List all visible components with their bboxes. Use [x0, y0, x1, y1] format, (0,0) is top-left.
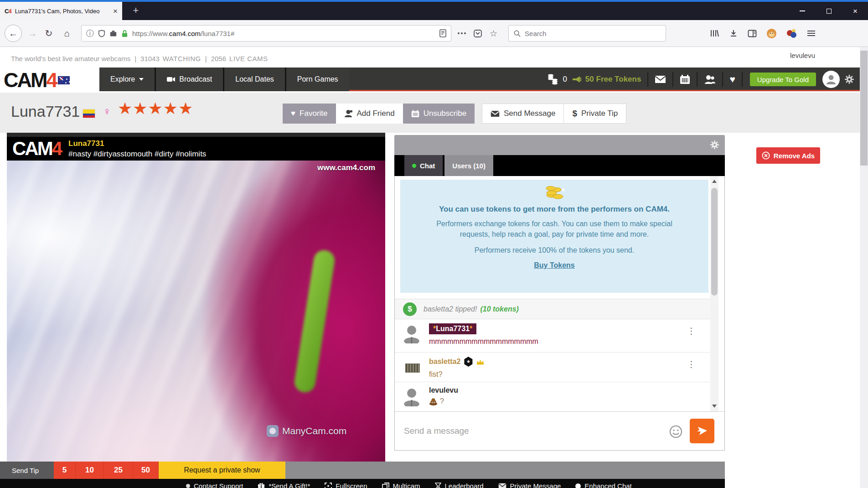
tip-amount: (10 tokens) [480, 305, 518, 313]
container-icon[interactable] [109, 30, 117, 37]
tab-title: Luna7731's Cam, Photos, Video [15, 8, 110, 15]
shield-icon[interactable] [98, 30, 105, 37]
reload-button[interactable]: ↻ [41, 28, 57, 39]
chat-message: basletta2 ★ fist? ⋮ [395, 353, 711, 382]
back-button[interactable]: ← [5, 25, 22, 42]
megaphone-icon [572, 75, 582, 83]
footer-enhanced-chat[interactable]: Enhanced Chat [575, 482, 631, 488]
avatar[interactable] [402, 387, 421, 407]
mail-icon[interactable] [655, 75, 666, 83]
bookmark-star-icon[interactable]: ☆ [490, 28, 497, 39]
window-close-button[interactable]: × [842, 2, 868, 20]
female-gender-icon: ♀ [103, 105, 111, 118]
scrollbar-thumb[interactable] [860, 51, 868, 166]
favorites-heart-icon[interactable]: ♥ [729, 74, 735, 85]
url-bar[interactable]: ⓘ https://www.cam4.com/luna7731# [81, 25, 451, 42]
chat-header-bar [394, 135, 725, 155]
upgrade-to-gold-button[interactable]: Upgrade To Gold [750, 73, 816, 86]
footer-leaderboard[interactable]: Leaderboard [435, 482, 484, 488]
tip-amount-5[interactable]: 5 [54, 462, 76, 479]
forward-button[interactable]: → [25, 28, 40, 39]
promo-heading: You can use tokens to get more from the … [400, 205, 708, 214]
footer-fullscreen[interactable]: Fullscreen [325, 482, 367, 488]
logged-in-username[interactable]: levulevu [790, 52, 815, 59]
scroll-down-icon[interactable] [712, 405, 717, 408]
dollar-icon: $ [572, 109, 577, 119]
tip-amount-10[interactable]: 10 [76, 462, 104, 479]
unsubscribe-button[interactable]: Unsubscribe [403, 104, 475, 124]
message-menu-icon[interactable]: ⋮ [687, 326, 696, 336]
video-player[interactable]: CAM4 Luna7731 #nasty #dirtyasstomouth #d… [7, 133, 385, 462]
send-message-button[interactable] [690, 419, 714, 443]
tip-amount-50[interactable]: 50 [133, 462, 159, 479]
tokens-coins-icon[interactable] [547, 73, 559, 86]
remove-ads-x-icon [762, 151, 770, 160]
maximize-icon [827, 9, 832, 14]
scroll-up-icon[interactable] [712, 180, 717, 183]
chat-settings-gear-icon[interactable] [710, 140, 719, 150]
gear-icon[interactable] [844, 74, 854, 84]
menu-icon[interactable] [807, 31, 815, 36]
tab-close-icon[interactable]: × [113, 7, 118, 15]
footer-bar: Contact Support *Send A Gift!* Fullscree… [0, 479, 725, 488]
send-message-button[interactable]: Send Message [482, 104, 563, 123]
watching-label: WATCHING [163, 55, 201, 62]
window-scrollbar[interactable] [860, 47, 868, 488]
footer-multicam[interactable]: Multicam [382, 482, 420, 488]
private-tip-button[interactable]: $ Private Tip [563, 104, 626, 123]
sidebar-icon[interactable] [748, 30, 757, 37]
friends-icon[interactable] [704, 74, 716, 84]
broadcast-camera-icon [167, 77, 175, 82]
cam4-logo[interactable]: CAM4 [0, 67, 99, 93]
rating-stars[interactable]: ★★★★★ [118, 99, 193, 118]
buy-tokens-link[interactable]: Buy Tokens [534, 261, 575, 270]
pocket-icon[interactable] [473, 29, 482, 38]
colombia-flag-icon [83, 109, 95, 118]
library-icon[interactable] [710, 29, 719, 37]
spheres-extension-icon[interactable] [786, 28, 797, 38]
scrollbar-thumb[interactable] [711, 188, 718, 296]
avatar[interactable] [402, 324, 421, 344]
emoji-icon[interactable] [669, 425, 682, 438]
browser-tab[interactable]: C4 Luna7731's Cam, Photos, Video × [0, 2, 122, 20]
avatar[interactable] [822, 71, 840, 88]
tip-amount-25[interactable]: 25 [104, 462, 133, 479]
add-friend-button[interactable]: Add Friend [336, 104, 403, 124]
footer-private-message[interactable]: Private Message [498, 482, 561, 488]
maximize-button[interactable] [816, 2, 842, 20]
download-icon[interactable] [729, 29, 738, 37]
new-tab-button[interactable]: + [128, 2, 144, 20]
calendar-icon [411, 110, 419, 118]
page-actions-icon[interactable] [458, 32, 466, 34]
promo-body: Performers exchange tokens for cash. You… [424, 218, 684, 239]
free-tokens-label[interactable]: 50 Free Tokens [585, 75, 641, 84]
performer-name-badge[interactable]: *Luna7731* [429, 323, 476, 334]
url-text[interactable]: https://www.cam4.com/luna7731# [132, 30, 439, 37]
tab-chat[interactable]: Chat [404, 155, 443, 176]
cam4-favicon: C4 [5, 8, 11, 15]
username[interactable]: basletta2 [429, 358, 460, 366]
remove-ads-button[interactable]: Remove Ads [756, 147, 820, 164]
calendar-icon[interactable] [680, 75, 690, 84]
send-tip-label: Send Tip [0, 462, 54, 479]
nav-item-broadcast[interactable]: Broadcast [156, 67, 223, 91]
nav-item-porn-games[interactable]: Porn Games [286, 67, 349, 91]
gift-icon [258, 483, 265, 488]
chat-scrollbar[interactable] [710, 176, 718, 411]
monkey-extension-icon[interactable] [767, 29, 776, 38]
minimize-button[interactable] [790, 2, 815, 20]
favorite-button[interactable]: ♥ Favorite [283, 104, 336, 124]
nav-item-local-dates[interactable]: Local Dates [224, 67, 285, 91]
search-bar[interactable]: Search [508, 25, 666, 42]
footer-contact-support[interactable]: Contact Support [186, 482, 243, 488]
tab-users[interactable]: Users (10) [444, 155, 493, 176]
home-button[interactable]: ⌂ [59, 28, 75, 39]
message-menu-icon[interactable]: ⋮ [687, 359, 696, 369]
nav-item-explore[interactable]: Explore [99, 67, 155, 91]
message-input[interactable]: Send a message [404, 426, 469, 436]
info-icon[interactable]: ⓘ [86, 28, 94, 39]
request-private-show-button[interactable]: Request a private show [159, 462, 285, 479]
footer-send-gift[interactable]: *Send A Gift!* [258, 482, 310, 488]
reader-mode-icon[interactable] [439, 29, 446, 37]
username[interactable]: levulevu [429, 386, 458, 394]
